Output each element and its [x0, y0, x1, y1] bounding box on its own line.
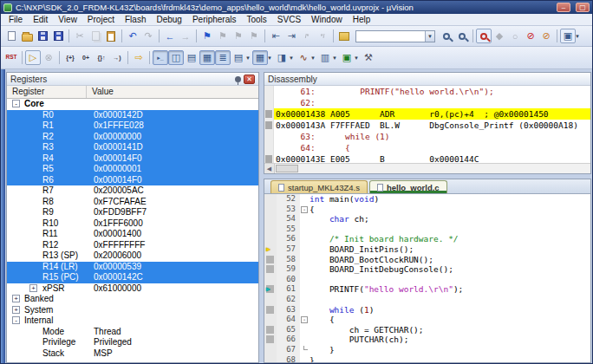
- find-in-files-button[interactable]: [439, 29, 454, 43]
- menu-item-window[interactable]: Window: [306, 15, 348, 24]
- save-button[interactable]: [35, 29, 50, 43]
- scroll-left-icon[interactable]: ◀: [264, 164, 275, 173]
- system-viewer-button[interactable]: ▣: [339, 50, 355, 65]
- register-row-r12[interactable]: R120xFFFFFFFF: [7, 240, 258, 251]
- analysis-window-button[interactable]: ∿: [296, 50, 311, 65]
- tree-expander-icon[interactable]: +: [12, 306, 20, 314]
- open-file-button[interactable]: [19, 29, 35, 43]
- code-line[interactable]: 55: [264, 224, 590, 235]
- register-row-internal[interactable]: -Internal: [7, 315, 258, 327]
- watch-window-button[interactable]: ▤: [231, 50, 246, 65]
- fold-margin[interactable]: [300, 335, 310, 345]
- show-current-statement-button[interactable]: ⇨: [131, 50, 147, 65]
- scrollbar-thumb[interactable]: [276, 165, 298, 172]
- toolbox-button[interactable]: ⚒: [361, 50, 376, 65]
- menu-item-view[interactable]: View: [53, 15, 82, 24]
- code-line[interactable]: 54 char ch;: [264, 214, 590, 224]
- disassembly-line[interactable]: 0x0000143E E005 B 0x0000144C: [264, 153, 590, 163]
- menu-item-file[interactable]: File: [3, 15, 28, 24]
- register-row-r0[interactable]: R00x0000142D: [7, 110, 258, 121]
- minimize-button[interactable]: –: [557, 3, 570, 12]
- fold-margin[interactable]: [300, 255, 310, 265]
- register-row-r14-lr[interactable]: R14 (LR)0x00000539: [7, 262, 258, 273]
- tree-expander-icon[interactable]: +: [29, 284, 37, 292]
- fold-margin[interactable]: [300, 345, 310, 355]
- code-line[interactable]: ▶61 PRINTF("hello world.\r\n");: [264, 284, 590, 295]
- disable-all-breakpoints-button[interactable]: ⊘: [523, 29, 538, 43]
- navigate-back-button[interactable]: ←: [162, 29, 178, 43]
- undo-button[interactable]: ↶: [125, 29, 140, 43]
- serial-window-button[interactable]: ◨: [274, 50, 290, 65]
- menu-item-debug[interactable]: Debug: [151, 15, 186, 24]
- register-row-core[interactable]: -Core: [7, 99, 258, 110]
- paste-button[interactable]: [103, 29, 119, 43]
- search-input[interactable]: [356, 31, 425, 42]
- code-line[interactable]: 68}: [264, 355, 590, 363]
- menu-item-peripherals[interactable]: Peripherals: [187, 15, 242, 24]
- fold-margin[interactable]: [300, 194, 310, 205]
- register-row-r6[interactable]: R60x000014F0: [7, 175, 258, 186]
- tab-startup-mkl43z4-s[interactable]: startup_MKL43Z4.s: [270, 180, 368, 193]
- pin-icon[interactable]: [235, 76, 241, 82]
- code-line[interactable]: 53-{: [264, 205, 590, 215]
- fold-margin[interactable]: [300, 224, 310, 235]
- tree-expander-icon[interactable]: -: [12, 100, 20, 107]
- register-row-privilege[interactable]: PrivilegePrivileged: [7, 337, 258, 348]
- disassembly-caption[interactable]: Disassembly: [264, 73, 590, 86]
- step-over-button[interactable]: 0+: [78, 50, 94, 65]
- disassembly-current-line[interactable]: 0x00001438 A005 ADR r0,(pc)+4 ; @0x00001…: [264, 108, 590, 120]
- disassembly-line[interactable]: 62:: [264, 97, 590, 108]
- register-row-r4[interactable]: R40x000014F0: [7, 153, 258, 165]
- tree-expander-icon[interactable]: +: [12, 295, 20, 302]
- menu-item-tools[interactable]: Tools: [242, 15, 272, 24]
- menu-item-svcs[interactable]: SVCS: [272, 15, 306, 24]
- fold-margin[interactable]: -: [300, 315, 310, 325]
- memory-window-button[interactable]: ▦: [252, 50, 268, 65]
- code-line[interactable]: 65 ch = GETCHAR();: [264, 325, 590, 335]
- register-row-r1[interactable]: R10x1FFFE028: [7, 120, 258, 132]
- registers-window-button[interactable]: ▦: [199, 50, 215, 65]
- fold-margin[interactable]: [300, 234, 310, 244]
- fold-margin[interactable]: [300, 244, 310, 255]
- fold-collapse-icon[interactable]: -: [301, 316, 308, 323]
- disassembly-line[interactable]: 61: PRINTF("hello world.\r\n");: [264, 86, 590, 97]
- tree-expander-icon[interactable]: -: [12, 316, 20, 324]
- fold-margin[interactable]: [300, 295, 310, 305]
- code-line[interactable]: 62: [264, 295, 590, 305]
- code-line[interactable]: 60: [264, 275, 590, 285]
- code-line[interactable]: 52int main(void): [264, 194, 590, 205]
- register-row-r8[interactable]: R80xF7CFAFAE: [7, 197, 258, 208]
- registers-caption[interactable]: Registers ✕: [7, 73, 258, 86]
- search-combo[interactable]: ▼: [355, 30, 435, 42]
- code-line[interactable]: 67 }: [264, 345, 590, 355]
- save-all-button[interactable]: [50, 29, 66, 43]
- kill-all-breakpoints-button[interactable]: ⊘: [538, 29, 554, 43]
- fold-margin[interactable]: [300, 284, 310, 295]
- new-file-button[interactable]: [3, 29, 19, 43]
- disassembly-hscrollbar[interactable]: ◀: [264, 163, 590, 173]
- fold-margin[interactable]: [300, 305, 310, 315]
- start-stop-debug-button[interactable]: [476, 29, 492, 43]
- register-row-r10[interactable]: R100x1FFF6000: [7, 218, 258, 230]
- disassembly-window-button[interactable]: ◫: [168, 50, 184, 65]
- register-row-r3[interactable]: R30x0000141D: [7, 142, 258, 153]
- menu-item-flash[interactable]: Flash: [120, 15, 151, 24]
- run-to-cursor-button[interactable]: →): [109, 50, 125, 65]
- fold-margin[interactable]: -: [300, 205, 310, 215]
- close-icon[interactable]: ✕: [244, 75, 255, 84]
- code-line[interactable]: 59 BOARD_InitDebugConsole();: [264, 264, 590, 275]
- find-button[interactable]: [454, 29, 470, 43]
- fold-collapse-icon[interactable]: -: [301, 206, 308, 213]
- code-line[interactable]: 63 while (1): [264, 305, 590, 315]
- disassembly-line[interactable]: 64: {: [264, 142, 590, 153]
- trace-window-button[interactable]: ▥: [317, 50, 333, 65]
- run-button[interactable]: ▷: [25, 50, 41, 65]
- maximize-button[interactable]: ▢: [576, 3, 590, 12]
- register-row-r11[interactable]: R110x00001400: [7, 229, 258, 240]
- indent-button[interactable]: ⇥: [283, 29, 299, 43]
- disassembly-line[interactable]: 0x0000143A F7FFFAED BL.W DbgConsole_Prin…: [264, 120, 590, 131]
- reset-cpu-button[interactable]: RST: [3, 50, 19, 65]
- window-layout-button[interactable]: ▣: [560, 29, 576, 43]
- register-row-xpsr[interactable]: +xPSR0x61000000: [7, 283, 258, 295]
- register-row-stack[interactable]: StackMSP: [7, 348, 258, 360]
